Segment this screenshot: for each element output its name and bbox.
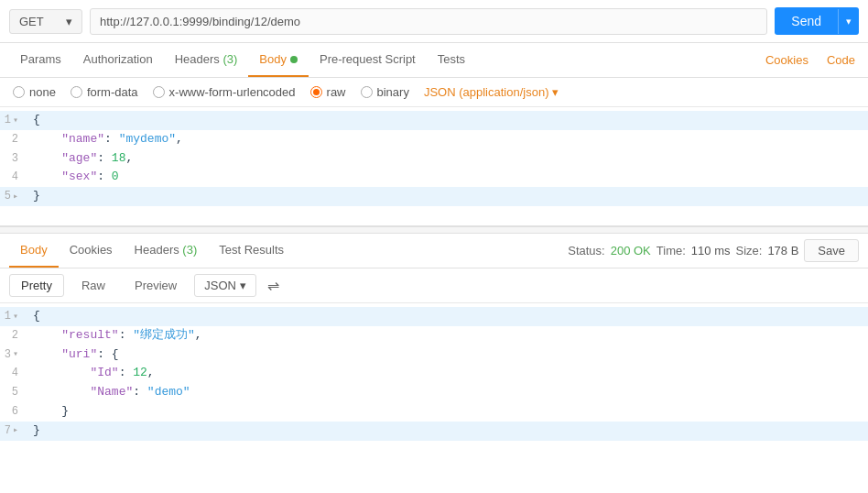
resp-tab-body[interactable]: Body [9,234,59,268]
fmt-raw-btn[interactable]: Raw [70,274,117,297]
tab-params-label: Params [20,52,61,66]
body-dot-icon [290,56,298,63]
resp-code-6: } [29,402,868,422]
radio-urlencoded-label: x-www-form-urlencoded [169,85,296,99]
tab-headers-label: Headers (3) [175,52,238,66]
time-value: 110 ms [691,244,731,257]
resp-code-3: "uri": { [29,345,868,365]
response-tab-bar: Body Cookies Headers (3) Test Results St… [0,234,868,268]
tab-headers[interactable]: Headers (3) [164,43,249,77]
top-bar: GET ▾ Send ▾ [0,0,868,43]
radio-binary-circle [361,86,373,98]
size-value: 178 B [767,244,798,257]
req-linenum-5: 5▸ [0,187,29,205]
req-code-3: "age": 18, [29,149,868,169]
resp-code-1: { [29,307,868,326]
resp-json-arrow-icon: ▾ [240,279,246,292]
resp-tab-testresults[interactable]: Test Results [208,234,295,268]
req-linenum-4: 4 [0,168,29,186]
req-line-2: 2 "name": "mydemo", [0,130,868,149]
resp-linenum-2: 2 [0,326,29,345]
radio-raw-inner [313,89,320,95]
fmt-preview-btn[interactable]: Preview [123,274,189,297]
section-separator [0,226,868,234]
tab-tests-label: Tests [438,52,465,66]
req-line-3: 3 "age": 18, [0,149,868,169]
code-link[interactable]: Code [823,44,859,76]
tab-prerequest-label: Pre-request Script [320,52,416,66]
method-select[interactable]: GET ▾ [9,9,82,34]
response-status-bar: Status: 200 OK Time: 110 ms Size: 178 B … [568,239,859,262]
method-label: GET [19,15,44,28]
req-line-4: 4 "sex": 0 [0,168,868,187]
radio-binary[interactable]: binary [361,85,409,99]
url-input[interactable] [90,8,767,35]
tab-body-label: Body [259,52,287,66]
radio-none[interactable]: none [13,85,56,99]
radio-urlencoded[interactable]: x-www-form-urlencoded [153,85,296,99]
resp-linenum-4: 4 [0,364,29,382]
resp-line-5: 5 "Name": "demo" [0,383,868,402]
req-code-2: "name": "mydemo", [29,130,868,149]
tab-tests[interactable]: Tests [427,43,476,77]
request-tab-bar: Params Authorization Headers (3) Body Pr… [0,43,868,78]
req-linenum-1: 1▾ [0,111,29,129]
radio-none-circle [13,86,25,98]
tab-authorization-label: Authorization [83,52,153,66]
resp-line-4: 4 "Id": 12, [0,364,868,383]
response-editor[interactable]: 1▾ { 2 "result": "绑定成功", 3▾ "uri": { 4 "… [0,303,868,444]
radio-raw-circle [310,86,322,98]
time-label: Time: [656,244,686,257]
radio-urlencoded-circle [153,86,165,98]
resp-tab-cookies[interactable]: Cookies [59,234,124,268]
json-format-arrow-icon: ▾ [552,85,559,99]
req-code-1: { [29,111,868,130]
resp-tab-headers[interactable]: Headers (3) [124,234,209,268]
tab-bar-right: Cookies Code [762,44,859,76]
radio-formdata[interactable]: form-data [71,85,138,99]
request-editor[interactable]: 1▾ { 2 "name": "mydemo", 3 "age": 18, 4 … [0,107,868,226]
resp-code-4: "Id": 12, [29,364,868,383]
status-value: 200 OK [611,244,651,257]
resp-line-1: 1▾ { [0,307,868,326]
tab-body[interactable]: Body [248,43,309,77]
send-dropdown-icon[interactable]: ▾ [838,9,859,34]
resp-tab-headers-label: Headers (3) [135,243,198,257]
json-format-label: JSON (application/json) [424,85,549,99]
resp-code-7: } [29,422,868,441]
req-line-1: 1▾ { [0,111,868,130]
resp-line-3: 3▾ "uri": { [0,345,868,365]
resp-tab-cookies-label: Cookies [70,243,113,257]
req-linenum-3: 3 [0,149,29,168]
resp-tab-body-label: Body [20,243,48,257]
req-linenum-2: 2 [0,130,29,148]
radio-formdata-label: form-data [87,85,138,99]
tab-params[interactable]: Params [9,43,72,77]
resp-line-6: 6 } [0,402,868,422]
resp-linenum-1: 1▾ [0,307,29,325]
resp-json-dropdown[interactable]: JSON ▾ [194,274,256,297]
tab-authorization[interactable]: Authorization [72,43,164,77]
req-line-5: 5▸ } [0,187,868,206]
radio-none-label: none [29,85,56,99]
tab-prerequest[interactable]: Pre-request Script [309,43,427,77]
cookies-link[interactable]: Cookies [762,44,812,76]
radio-formdata-circle [71,86,82,98]
req-code-4: "sex": 0 [29,168,868,187]
req-code-5: } [29,187,868,206]
resp-linenum-3: 3▾ [0,345,29,364]
fmt-pretty-btn[interactable]: Pretty [9,274,64,297]
send-button[interactable]: Send ▾ [775,7,859,35]
resp-code-5: "Name": "demo" [29,383,868,402]
wrap-icon[interactable]: ⇌ [262,275,285,296]
status-label: Status: [568,244,604,257]
radio-binary-label: binary [377,85,409,99]
save-button[interactable]: Save [804,239,859,262]
body-options-bar: none form-data x-www-form-urlencoded raw… [0,78,868,107]
radio-raw[interactable]: raw [310,85,346,99]
resp-code-2: "result": "绑定成功", [29,326,868,345]
json-format-select[interactable]: JSON (application/json) ▾ [424,85,559,99]
resp-line-2: 2 "result": "绑定成功", [0,326,868,345]
resp-linenum-6: 6 [0,402,29,421]
method-arrow-icon: ▾ [66,15,72,28]
